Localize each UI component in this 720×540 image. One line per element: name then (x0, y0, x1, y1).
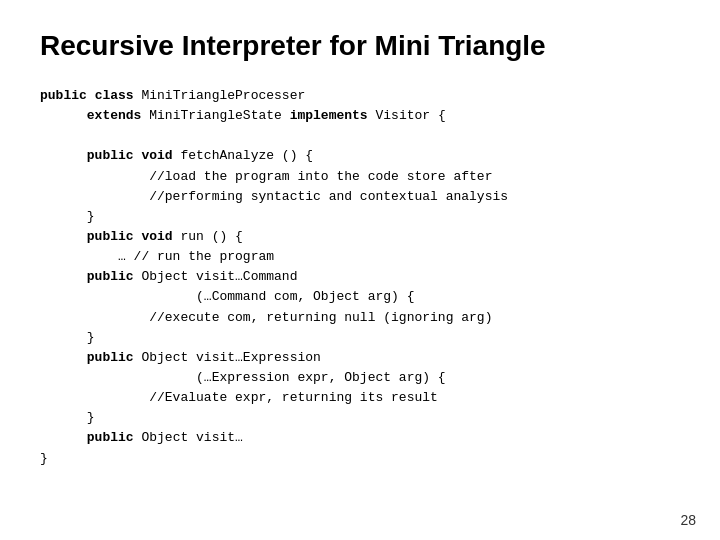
slide-title: Recursive Interpreter for Mini Triangle (40, 30, 680, 62)
page-number: 28 (680, 512, 696, 528)
code-block: public class MiniTriangleProcesser exten… (40, 86, 680, 469)
slide-container: Recursive Interpreter for Mini Triangle … (0, 0, 720, 540)
